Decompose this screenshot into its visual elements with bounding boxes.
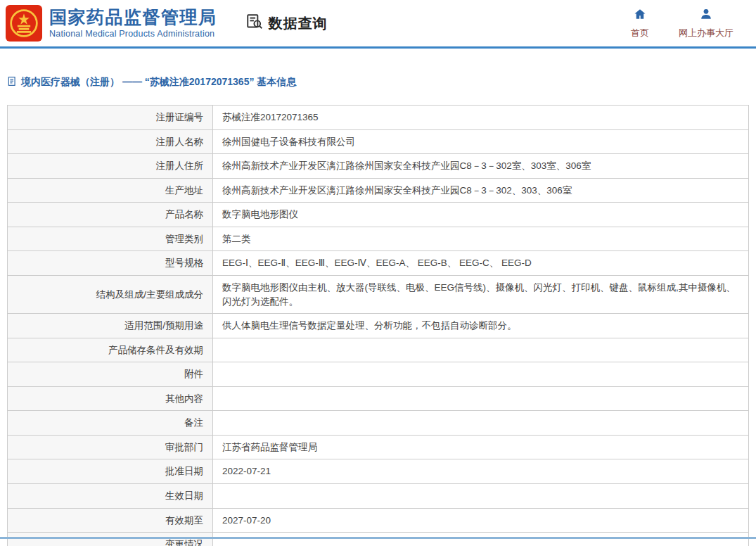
table-row: 管理类别第二类 <box>8 227 749 251</box>
nav-online-hall[interactable]: 网上办事大厅 <box>679 8 733 39</box>
doc-search-icon <box>245 13 264 34</box>
row-value: 江苏省药品监督管理局 <box>213 435 749 459</box>
info-table-body: 注册证编号苏械注准20172071365注册人名称徐州国健电子设备科技有限公司注… <box>8 106 749 546</box>
site-header: 国家药品监督管理局 National Medical Products Admi… <box>0 0 756 46</box>
nav-home-label: 首页 <box>631 27 649 39</box>
row-label: 产品名称 <box>8 203 213 227</box>
table-row: 型号规格EEG-Ⅰ、EEG-Ⅱ、EEG-Ⅲ、EEG-Ⅳ、EEG-A、 EEG-B… <box>8 251 749 276</box>
table-row: 产品储存条件及有效期 <box>8 338 749 362</box>
row-value: 徐州高新技术产业开发区漓江路徐州国家安全科技产业园C8－3－302室、303室、… <box>213 154 749 179</box>
row-label: 有效期至 <box>8 508 213 533</box>
table-row: 备注 <box>8 411 749 436</box>
row-label: 生效日期 <box>8 484 213 509</box>
table-row: 变更情况 <box>8 533 749 546</box>
row-label: 生产地址 <box>8 178 213 203</box>
row-label: 其他内容 <box>8 386 213 411</box>
row-label: 注册人住所 <box>8 154 213 179</box>
info-table: 注册证编号苏械注准20172071365注册人名称徐州国健电子设备科技有限公司注… <box>7 105 749 546</box>
footer-divider <box>0 537 756 539</box>
row-value: 徐州国健电子设备科技有限公司 <box>213 129 749 154</box>
row-value: 2022-07-21 <box>213 459 749 484</box>
table-row: 产品名称数字脑电地形图仪 <box>8 203 749 227</box>
brand: 国家药品监督管理局 National Medical Products Admi… <box>6 5 217 42</box>
table-row: 生产地址徐州高新技术产业开发区漓江路徐州国家安全科技产业园C8－3－302、30… <box>8 178 749 203</box>
row-label: 备注 <box>8 411 213 436</box>
nav-online-hall-label: 网上办事大厅 <box>679 27 733 39</box>
nmpa-emblem <box>6 5 42 42</box>
row-value: 2027-07-20 <box>213 508 749 533</box>
brand-text: 国家药品监督管理局 National Medical Products Admi… <box>49 8 217 39</box>
row-value <box>213 484 749 509</box>
breadcrumb-text: 境内医疗器械（注册） —— “苏械注准20172071365” 基本信息 <box>21 76 296 89</box>
row-value <box>213 533 749 546</box>
row-value: 数字脑电地形图仪由主机、放大器(导联线、电极、EEG信号线)、摄像机、闪光灯、打… <box>213 275 749 313</box>
row-label: 注册人名称 <box>8 129 213 154</box>
table-row: 其他内容 <box>8 386 749 411</box>
table-row: 适用范围/预期用途供人体脑电生理信号数据定量处理、分析功能，不包括自动诊断部分。 <box>8 314 749 338</box>
top-nav: 首页 网上办事大厅 <box>631 8 743 39</box>
row-value <box>213 362 749 387</box>
row-value <box>213 386 749 411</box>
section-data-query: 数据查询 <box>245 13 328 34</box>
row-label: 注册证编号 <box>8 106 213 130</box>
row-value: 第二类 <box>213 227 749 251</box>
table-row: 注册人住所徐州高新技术产业开发区漓江路徐州国家安全科技产业园C8－3－302室、… <box>8 154 749 179</box>
table-row: 有效期至2027-07-20 <box>8 508 749 533</box>
row-value: 供人体脑电生理信号数据定量处理、分析功能，不包括自动诊断部分。 <box>213 314 749 338</box>
table-row: 批准日期2022-07-21 <box>8 459 749 484</box>
row-label: 管理类别 <box>8 227 213 251</box>
table-row: 结构及组成/主要组成成分数字脑电地形图仪由主机、放大器(导联线、电极、EEG信号… <box>8 275 749 313</box>
row-value: 苏械注准20172071365 <box>213 106 749 130</box>
row-value <box>213 338 749 362</box>
row-label: 型号规格 <box>8 251 213 276</box>
row-value: 徐州高新技术产业开发区漓江路徐州国家安全科技产业园C8－3－302、303、30… <box>213 178 749 203</box>
org-name-cn: 国家药品监督管理局 <box>49 8 217 27</box>
table-row: 审批部门江苏省药品监督管理局 <box>8 435 749 459</box>
row-label: 适用范围/预期用途 <box>8 314 213 338</box>
table-row: 注册证编号苏械注准20172071365 <box>8 106 749 130</box>
row-label: 附件 <box>8 362 213 387</box>
org-name-en: National Medical Products Administration <box>49 29 217 39</box>
document-icon <box>7 76 17 89</box>
row-label: 审批部门 <box>8 435 213 459</box>
row-value: 数字脑电地形图仪 <box>213 203 749 227</box>
table-row: 附件 <box>8 362 749 387</box>
section-title: 数据查询 <box>269 14 328 33</box>
row-label: 结构及组成/主要组成成分 <box>8 275 213 313</box>
breadcrumb: 境内医疗器械（注册） —— “苏械注准20172071365” 基本信息 <box>7 76 756 89</box>
nav-home[interactable]: 首页 <box>631 8 649 39</box>
row-value: EEG-Ⅰ、EEG-Ⅱ、EEG-Ⅲ、EEG-Ⅳ、EEG-A、 EEG-B、 EE… <box>213 251 749 276</box>
row-label: 变更情况 <box>8 533 213 546</box>
user-icon <box>700 8 712 23</box>
table-row: 注册人名称徐州国健电子设备科技有限公司 <box>8 129 749 154</box>
header-divider <box>0 46 756 49</box>
row-label: 产品储存条件及有效期 <box>8 338 213 362</box>
row-label: 批准日期 <box>8 459 213 484</box>
table-row: 生效日期 <box>8 484 749 509</box>
row-value <box>213 411 749 436</box>
page: 国家药品监督管理局 National Medical Products Admi… <box>0 0 756 546</box>
home-icon <box>634 8 646 23</box>
